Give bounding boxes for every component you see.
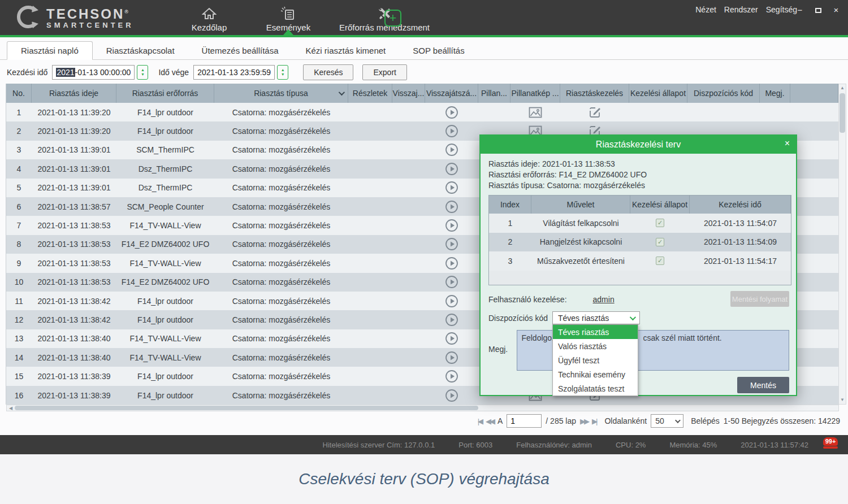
close-button[interactable]: ×: [830, 5, 842, 15]
cell-alarm-type: Csatorna: mozgásérzékelés: [214, 159, 348, 178]
export-button[interactable]: Export: [362, 64, 406, 80]
playback-button[interactable]: [425, 121, 478, 140]
col-playback-short[interactable]: Visszaj...: [392, 84, 425, 103]
first-page-button[interactable]: |◀: [478, 417, 482, 425]
playback-button[interactable]: [425, 159, 478, 178]
status-item: Felhasználónév: admin: [516, 441, 592, 449]
alarm-count-badge[interactable]: 99+: [822, 437, 839, 452]
cell-alarm-source: F14_lpr outdoor: [116, 103, 214, 121]
col-dispo-code[interactable]: Diszpozíciós kód: [687, 84, 760, 103]
col-alarm-handling[interactable]: Riasztáskezelés: [560, 84, 629, 103]
tab[interactable]: SOP beállítás: [399, 42, 478, 59]
col-handling-state[interactable]: Kezelési állapot: [629, 84, 687, 103]
prev-page-button[interactable]: ◀◀: [486, 417, 494, 425]
dropdown-option[interactable]: Téves riasztás: [553, 325, 638, 339]
tab[interactable]: Ütemezés beállítása: [188, 42, 292, 59]
start-time-input[interactable]: 2021-01-13 00:00:00: [52, 65, 135, 80]
dropdown-option[interactable]: Technikai esemény: [553, 367, 638, 381]
window-menu-item[interactable]: Rendszer: [724, 5, 758, 14]
horizontal-scroll-thumb[interactable]: [15, 406, 478, 410]
playback-button[interactable]: [425, 103, 478, 121]
sop-action-row[interactable]: 1 Világítást felkapcsolni ✓ 2021-01-13 1…: [489, 214, 791, 233]
alarm-bell-icon: 99+: [823, 437, 838, 446]
playback-button[interactable]: [425, 367, 478, 385]
playback-button[interactable]: [425, 197, 478, 216]
col-details[interactable]: Részletek: [348, 84, 392, 103]
playback-button[interactable]: [425, 216, 478, 234]
scroll-down-icon[interactable]: ▼: [840, 396, 845, 404]
minimize-button[interactable]: −: [794, 5, 806, 15]
col-note[interactable]: Megj.: [760, 84, 790, 103]
alarm-source-info: Riasztási erőforrás: F14_E2 DMZ64002 UFO: [488, 170, 789, 180]
end-time-stepper[interactable]: ▲▼: [277, 65, 288, 80]
playback-button[interactable]: [425, 273, 478, 292]
save-process-button[interactable]: Mentési folyamat: [730, 291, 789, 307]
maximize-button[interactable]: [812, 5, 824, 15]
cell-handle-time: 2021-01-13 11:54:17: [690, 251, 791, 271]
playback-button[interactable]: [425, 386, 478, 405]
col-snapshot[interactable]: Pillanatkép ...: [510, 84, 560, 103]
start-time-stepper[interactable]: ▲▼: [137, 65, 148, 80]
window-menu-item[interactable]: Segítség: [766, 5, 797, 14]
status-item: Hitelesítési szerver Cím: 127.0.0.1: [323, 441, 435, 449]
dropdown-option[interactable]: Szolgálatatás teszt: [553, 381, 638, 396]
playback-button[interactable]: [425, 179, 478, 197]
alarm-handle-button[interactable]: [560, 103, 629, 121]
add-view-button[interactable]: +: [384, 10, 401, 27]
playback-button[interactable]: [425, 254, 478, 272]
app-logo: TECHSON® SMARTCENTER: [12, 5, 134, 29]
playback-button[interactable]: [425, 292, 478, 310]
nav-home[interactable]: Kezdőlap: [170, 0, 249, 35]
cell-alarm-type: Csatorna: mozgásérzékelés: [214, 197, 348, 216]
horizontal-scrollbar[interactable]: ◀: [6, 405, 839, 411]
alarm-type-info: Riasztás típusa: Csatorna: mozgásérzékel…: [488, 180, 789, 191]
page-number-input[interactable]: [507, 414, 542, 428]
dropdown-option[interactable]: Valós riasztás: [553, 339, 638, 353]
handling-user-link[interactable]: admin: [593, 295, 615, 304]
page-prefix-label: A: [497, 416, 503, 425]
nav-events[interactable]: Események: [249, 0, 328, 35]
dispo-code-select[interactable]: Téves riasztás: [552, 311, 640, 324]
playback-button[interactable]: [425, 141, 478, 159]
filter-bar: Kezdési idő 2021-01-13 00:00:00 ▲▼ Idő v…: [7, 64, 407, 81]
col-snapshot-short[interactable]: Pillan...: [478, 84, 510, 103]
dropdown-option[interactable]: Ügyfél teszt: [553, 353, 638, 367]
col-alarm-type[interactable]: Riasztás típusa: [214, 84, 348, 103]
search-button[interactable]: Keresés: [303, 64, 353, 80]
scroll-left-icon[interactable]: ◀: [7, 406, 15, 411]
checked-checkbox[interactable]: ✓: [656, 219, 664, 227]
playback-button[interactable]: [425, 348, 478, 367]
chevron-down-icon[interactable]: [339, 89, 345, 95]
playback-button[interactable]: [425, 329, 478, 348]
col-no[interactable]: No.: [6, 84, 32, 103]
col-playback[interactable]: Visszajátszá...: [425, 84, 478, 103]
playback-button[interactable]: [425, 310, 478, 329]
sop-action-row[interactable]: 2 Hangjelzést kikapcsolni ✓ 2021-01-13 1…: [489, 233, 791, 252]
vertical-scroll-thumb[interactable]: [840, 93, 845, 133]
vertical-scrollbar[interactable]: ▲ ▼: [838, 84, 846, 405]
save-button[interactable]: Mentés: [737, 377, 789, 393]
play-icon: [445, 275, 458, 289]
per-page-select[interactable]: 50: [651, 414, 683, 428]
checked-checkbox[interactable]: ✓: [656, 238, 664, 246]
tab[interactable]: Kézi riasztás kimenet: [292, 42, 400, 59]
tab[interactable]: Riasztáskapcsolat: [93, 42, 188, 59]
edit-icon: [589, 106, 601, 119]
col-alarm-source[interactable]: Riasztási erőforrás: [116, 84, 214, 103]
table-row[interactable]: 1 2021-01-13 11:39:20 F14_lpr outdoor Cs…: [6, 103, 838, 121]
chevron-down-icon: [630, 314, 636, 320]
playback-button[interactable]: [425, 235, 478, 254]
last-page-button[interactable]: ▶|: [592, 417, 596, 425]
scroll-up-icon[interactable]: ▲: [840, 84, 845, 92]
tab[interactable]: Riasztási napló: [7, 41, 93, 60]
window-menu-item[interactable]: Nézet: [695, 5, 716, 14]
end-time-input[interactable]: 2021-01-13 23:59:59: [193, 65, 275, 80]
dialog-title-bar[interactable]: Riasztáskezelési terv ×: [480, 135, 797, 154]
col-alarm-time[interactable]: Riasztás ideje: [32, 84, 116, 103]
snapshot-button[interactable]: [510, 103, 560, 121]
dispo-code-dropdown: Téves riasztásValós riasztásÜgyfél teszt…: [552, 324, 638, 396]
next-page-button[interactable]: ▶▶: [580, 417, 588, 425]
dialog-close-button[interactable]: ×: [785, 138, 790, 149]
checked-checkbox[interactable]: ✓: [656, 257, 664, 265]
sop-action-row[interactable]: 3 Műszakvezetőt értesíteni ✓ 2021-01-13 …: [489, 251, 791, 271]
